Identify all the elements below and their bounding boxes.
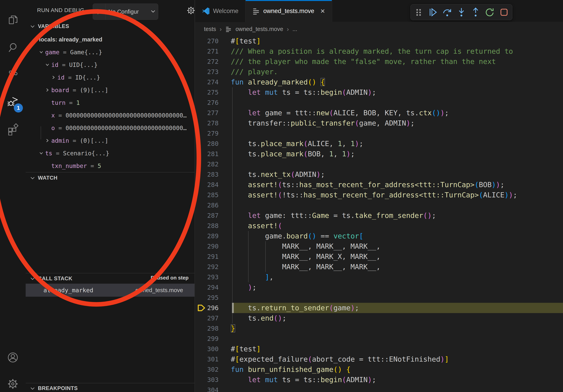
step-over-button[interactable] xyxy=(441,6,453,18)
variable-row-ts[interactable]: ts = Scenario{...} xyxy=(26,147,194,159)
tab-owned-tests-move[interactable]: owned_tests.move✕ xyxy=(246,0,333,22)
drag-grip-handle[interactable] xyxy=(413,6,425,18)
line-number: 273 xyxy=(195,67,218,77)
variable-row-txn_number[interactable]: txn_number = 5 xyxy=(26,159,194,172)
line-number: 281 xyxy=(195,149,218,159)
section-breakpoints[interactable]: BREAKPOINTS xyxy=(30,385,78,392)
close-icon[interactable]: ✕ xyxy=(320,8,325,15)
code-line-275: 275 let mut ts = ts::begin(ADMIN); xyxy=(195,87,563,97)
chevron-down-icon[interactable] xyxy=(31,37,39,42)
activity-item-run-and-debug[interactable]: 1 xyxy=(0,89,26,115)
code-line-289: 289 game.board() == vector[ xyxy=(195,231,563,241)
code-text: #[expected_failure(abort_code = ttt::ENo… xyxy=(231,354,449,364)
breadcrumb: tests›owned_tests.move›... xyxy=(195,22,563,36)
section-watch[interactable]: WATCH xyxy=(30,175,57,181)
code-line-271: 271/// When a position is already marked… xyxy=(195,46,563,56)
variable-row-board[interactable]: board = (9)[...] xyxy=(26,84,194,96)
sidebar-title: RUN AND DEBUG xyxy=(37,7,84,13)
line-number: 301 xyxy=(195,354,218,364)
code-text: ); xyxy=(231,282,256,292)
stop-icon xyxy=(499,7,509,17)
code-line-279: 279 xyxy=(195,128,563,139)
code-text: ts.end(); xyxy=(231,313,286,323)
variables-scope-row[interactable]: locals: already_marked xyxy=(26,33,194,46)
frame-function-name: already_marked xyxy=(43,287,93,294)
activity-item-settings[interactable] xyxy=(0,371,26,392)
search-icon xyxy=(7,41,19,54)
account-icon xyxy=(7,351,19,364)
chevron-down-icon[interactable] xyxy=(37,50,45,54)
code-line-304: 304 xyxy=(195,385,563,392)
start-debug-icon[interactable] xyxy=(93,4,105,20)
tab-welcome[interactable]: Welcome xyxy=(195,0,246,22)
line-number: 270 xyxy=(195,36,218,46)
code-line-291: 291 MARK__, MARK_X, MARK__, xyxy=(195,251,563,262)
code-line-274: 274fun already_marked() { xyxy=(195,77,563,87)
code-line-290: 290 MARK__, MARK__, MARK__, xyxy=(195,241,563,251)
restart-button[interactable] xyxy=(484,6,496,18)
chevron-down-icon[interactable] xyxy=(37,151,45,156)
variable-row-game[interactable]: game = Game{...} xyxy=(26,46,194,58)
sidebar-header: RUN AND DEBUG No Configur xyxy=(26,0,194,21)
debug-config-dropdown[interactable]: No Configur xyxy=(93,3,158,20)
breakpoints-header-label: BREAKPOINTS xyxy=(38,385,78,392)
line-number: 299 xyxy=(195,334,218,344)
chevron-down-icon[interactable] xyxy=(43,62,51,67)
code-text: ts.return_to_sender(game); xyxy=(231,303,359,313)
breadcrumb-item[interactable]: tests xyxy=(204,26,216,32)
line-number: 280 xyxy=(195,139,218,149)
code-text: assert!(!ts::has_most_recent_for_address… xyxy=(231,190,517,200)
variable-row-o[interactable]: o = 000000000000000000000000000000000… xyxy=(26,122,194,134)
variable-row-id[interactable]: id = ID{...} xyxy=(26,71,194,84)
variable-text: id = UID{...} xyxy=(51,61,98,68)
run-and-debug-sidebar: RUN AND DEBUG No Configur xyxy=(26,0,195,392)
line-number: 298 xyxy=(195,323,218,334)
continue-button[interactable] xyxy=(427,6,439,18)
code-line-300: 300#[test] xyxy=(195,344,563,354)
code-line-272: 272/// the player who made the "false" m… xyxy=(195,56,563,67)
variable-row-id[interactable]: id = UID{...} xyxy=(26,58,194,71)
chevron-right-icon[interactable] xyxy=(43,88,51,92)
step-into-icon xyxy=(457,7,466,17)
line-number: 272 xyxy=(195,56,218,67)
variable-row-x[interactable]: x = 000000000000000000000000000000000… xyxy=(26,109,194,122)
activity-item-extensions[interactable] xyxy=(0,117,26,143)
call-stack-frame-row[interactable]: already_marked owned_tests.move xyxy=(26,284,194,297)
source-control-icon xyxy=(7,69,19,82)
code-line-292: 292 MARK__, MARK__, MARK__, xyxy=(195,262,563,272)
code-line-277: 277 let game = ttt::new(ALICE, BOB, KEY,… xyxy=(195,108,563,118)
code-line-270: 270#[test] xyxy=(195,36,563,46)
activity-item-source-control[interactable] xyxy=(0,63,26,88)
activity-item-explorer[interactable] xyxy=(0,8,26,34)
breadcrumb-item[interactable]: owned_tests.move xyxy=(236,26,283,32)
breadcrumb-item[interactable]: ... xyxy=(292,26,297,32)
chevron-right-icon[interactable] xyxy=(43,138,51,143)
variable-text: game = Game{...} xyxy=(45,49,102,56)
section-variables[interactable]: VARIABLES xyxy=(30,23,69,29)
step-out-button[interactable] xyxy=(470,6,482,18)
debug-settings-gear-icon[interactable] xyxy=(186,6,195,16)
variable-row-turn[interactable]: turn = 1 xyxy=(26,96,194,109)
section-call-stack[interactable]: CALL STACK xyxy=(30,275,72,282)
code-text: ts.place_mark(ALICE, 1, 1); xyxy=(231,139,363,149)
activity-item-account[interactable] xyxy=(0,345,26,371)
code-text: let mut ts = ts::begin(ADMIN); xyxy=(231,87,376,97)
variable-text: txn_number = 5 xyxy=(51,162,101,169)
variable-row-admin[interactable]: admin = (0)[...] xyxy=(26,134,194,147)
code-text: assert!( xyxy=(231,221,282,231)
code-line-296: 296 ts.return_to_sender(game); xyxy=(195,303,563,313)
activity-item-search[interactable] xyxy=(0,35,26,61)
chevron-right-icon[interactable] xyxy=(50,75,57,80)
step-into-button[interactable] xyxy=(455,6,468,18)
code-line-293: 293 ], xyxy=(195,272,563,282)
code-text: let mut ts = ts::begin(ADMIN); xyxy=(231,375,376,385)
line-number: 292 xyxy=(195,262,218,272)
current-frame-label-icon[interactable] xyxy=(196,303,206,314)
line-number: 284 xyxy=(195,180,218,190)
stop-button[interactable] xyxy=(498,6,510,18)
variable-text: o = 000000000000000000000000000000000… xyxy=(51,125,187,131)
code-text: ts.next_tx(ADMIN); xyxy=(231,169,325,180)
code-line-287: 287 let game: ttt::Game = ts.take_from_s… xyxy=(195,210,563,221)
line-number: 290 xyxy=(195,241,218,251)
extensions-icon xyxy=(7,123,19,136)
